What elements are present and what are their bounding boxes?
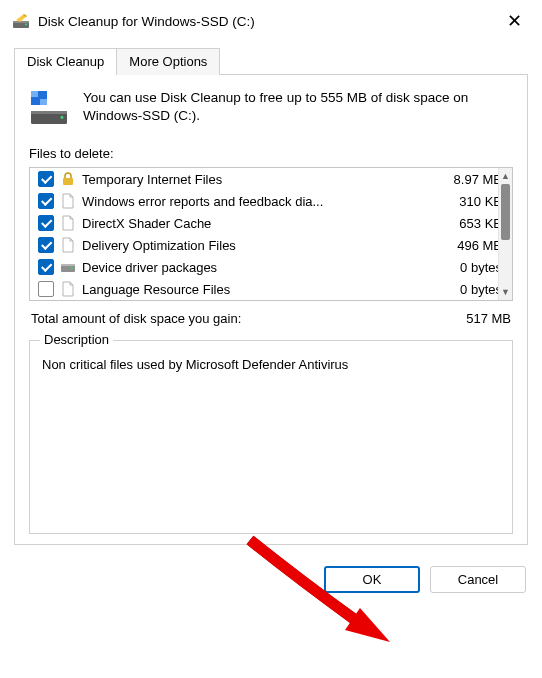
file-row[interactable]: Windows error reports and feedback dia..… (30, 190, 512, 212)
files-to-delete-label: Files to delete: (29, 146, 513, 161)
svg-point-14 (71, 267, 73, 269)
file-size: 653 KB (424, 216, 504, 231)
file-size: 310 KB (424, 194, 504, 209)
checkbox[interactable] (38, 237, 54, 253)
checkbox[interactable] (38, 281, 54, 297)
file-size: 0 bytes (424, 260, 504, 275)
scrollbar[interactable]: ▲ ▼ (498, 168, 512, 300)
file-row[interactable]: Temporary Internet Files8.97 MB (30, 168, 512, 190)
scroll-thumb[interactable] (501, 184, 510, 240)
page-icon (60, 237, 76, 253)
disk-cleanup-icon (12, 12, 30, 30)
tab-disk-cleanup[interactable]: Disk Cleanup (14, 48, 117, 75)
file-list[interactable]: Temporary Internet Files8.97 MBWindows e… (29, 167, 513, 301)
svg-rect-13 (61, 264, 75, 266)
checkbox[interactable] (38, 215, 54, 231)
page-icon (60, 193, 76, 209)
file-size: 0 bytes (424, 282, 504, 297)
lock-icon (60, 171, 76, 187)
svg-point-2 (25, 24, 27, 26)
file-name: Temporary Internet Files (82, 172, 418, 187)
ok-button[interactable]: OK (324, 566, 420, 593)
total-value: 517 MB (466, 311, 511, 326)
description-legend: Description (40, 332, 113, 347)
scroll-up-button[interactable]: ▲ (499, 168, 512, 184)
description-text: Non critical files used by Microsoft Def… (42, 357, 500, 372)
file-row[interactable]: DirectX Shader Cache653 KB (30, 212, 512, 234)
cancel-button[interactable]: Cancel (430, 566, 526, 593)
svg-rect-1 (13, 21, 29, 23)
file-name: Delivery Optimization Files (82, 238, 418, 253)
file-row[interactable]: Delivery Optimization Files496 MB (30, 234, 512, 256)
svg-point-10 (61, 116, 64, 119)
intro-row: You can use Disk Cleanup to free up to 5… (29, 89, 513, 130)
file-row[interactable]: Language Resource Files0 bytes (30, 278, 512, 300)
svg-rect-4 (31, 91, 38, 97)
total-row: Total amount of disk space you gain: 517… (31, 311, 511, 326)
file-name: Language Resource Files (82, 282, 418, 297)
page-icon (60, 215, 76, 231)
close-button[interactable]: ✕ (499, 8, 530, 34)
page-icon (60, 281, 76, 297)
svg-rect-5 (40, 91, 47, 97)
dialog-button-row: OK Cancel (0, 550, 542, 609)
svg-marker-15 (345, 608, 390, 642)
checkbox[interactable] (38, 171, 54, 187)
scroll-down-button[interactable]: ▼ (499, 284, 512, 300)
tab-panel: You can use Disk Cleanup to free up to 5… (14, 74, 528, 545)
intro-text: You can use Disk Cleanup to free up to 5… (83, 89, 513, 125)
checkbox[interactable] (38, 193, 54, 209)
file-size: 496 MB (424, 238, 504, 253)
file-size: 8.97 MB (424, 172, 504, 187)
window-title: Disk Cleanup for Windows-SSD (C:) (38, 14, 491, 29)
file-name: DirectX Shader Cache (82, 216, 418, 231)
drive-icon (29, 89, 69, 130)
titlebar: Disk Cleanup for Windows-SSD (C:) ✕ (0, 0, 542, 42)
svg-rect-9 (31, 111, 67, 114)
tab-strip: Disk Cleanup More Options (0, 42, 542, 75)
total-label: Total amount of disk space you gain: (31, 311, 241, 326)
svg-rect-11 (63, 178, 73, 185)
tab-more-options[interactable]: More Options (116, 48, 220, 75)
svg-rect-7 (40, 99, 47, 105)
checkbox[interactable] (38, 259, 54, 275)
file-row[interactable]: Device driver packages0 bytes (30, 256, 512, 278)
drive-icon (60, 259, 76, 275)
file-name: Device driver packages (82, 260, 418, 275)
file-name: Windows error reports and feedback dia..… (82, 194, 418, 209)
description-group: Description Non critical files used by M… (29, 340, 513, 534)
svg-rect-6 (31, 99, 38, 105)
